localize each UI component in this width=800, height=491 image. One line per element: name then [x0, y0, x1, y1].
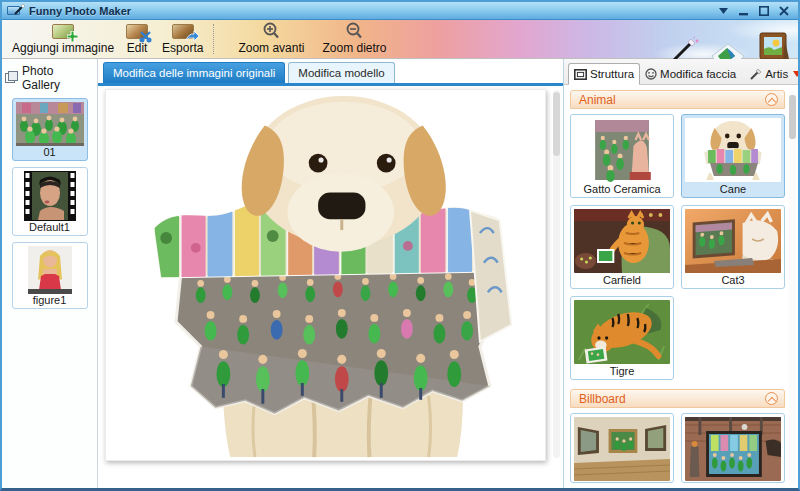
template-item-cat3[interactable]: Cat3 [681, 205, 785, 289]
section-title: Animal [579, 93, 616, 107]
section-header-animal[interactable]: Animal [570, 90, 785, 109]
gallery-item-default1[interactable]: Default1 [12, 167, 88, 236]
panel-scrollbar[interactable] [789, 91, 796, 485]
template-thumb-billboard-brick [685, 417, 781, 481]
template-panel-tabs: Struttura Modifica faccia Artis [564, 59, 798, 85]
tab-modifica-faccia-label: Modifica faccia [660, 68, 736, 80]
menu-caret-icon[interactable] [718, 6, 729, 16]
app-window: Funny Photo Maker Aggiungi immagin [0, 0, 800, 491]
panel-scrollbar-thumb[interactable] [789, 95, 796, 139]
dog-template-preview-image [106, 90, 545, 460]
zoom-out-icon [345, 22, 363, 40]
template-item-label: Carfield [574, 273, 670, 287]
minimize-button[interactable] [738, 6, 749, 16]
wand-icon [750, 68, 762, 80]
template-item-label: Gatto Ceramica [574, 182, 670, 196]
gallery-item-label: Default1 [15, 221, 85, 234]
gallery-title: Photo Gallery [22, 64, 94, 92]
zoom-in-label: Zoom avanti [238, 41, 304, 55]
collapse-animal-icon[interactable] [765, 93, 778, 106]
add-image-label: Aggiungi immagine [12, 41, 114, 55]
template-thumb-tigre [574, 300, 670, 364]
section-title: Billboard [579, 392, 626, 406]
template-thumb-carfield [574, 209, 670, 273]
gallery-item-01[interactable]: 01 [12, 98, 88, 161]
tab-modifica-faccia[interactable]: Modifica faccia [640, 64, 741, 84]
edit-button[interactable]: Edit [122, 20, 152, 58]
template-list: Animal [564, 85, 798, 488]
frame-icon [574, 69, 587, 80]
tab-struttura-label: Struttura [590, 68, 634, 80]
template-thumb-cane [685, 118, 781, 182]
editor-canvas[interactable] [98, 86, 563, 488]
gallery-item-figure1[interactable]: figure1 [12, 242, 88, 309]
template-item-cane[interactable]: Cane [681, 114, 785, 198]
gallery-thumb-image-figure [28, 246, 72, 294]
canvas-scrollbar-thumb[interactable] [553, 92, 560, 156]
face-icon [645, 68, 657, 80]
zoom-in-button[interactable]: Zoom avanti [234, 20, 308, 58]
template-thumb-billboard-gallery [574, 417, 670, 481]
gallery-panel-icon [5, 71, 18, 86]
section-header-billboard[interactable]: Billboard [570, 389, 785, 408]
tab-overflow-caret-icon[interactable] [793, 71, 800, 77]
tab-struttura[interactable]: Struttura [568, 63, 640, 85]
template-panel: Struttura Modifica faccia Artis Animal [563, 59, 798, 488]
app-icon [7, 5, 25, 17]
gallery-item-label: figure1 [15, 294, 85, 307]
add-image-icon [52, 22, 74, 40]
template-item-billboard-brick[interactable] [681, 413, 785, 483]
tab-modifica-immagini-originali[interactable]: Modifica delle immagini originali [103, 62, 285, 83]
template-thumb-gatto-ceramica [574, 118, 670, 182]
toolbar: Aggiungi immagine Edit Esporta Zoom av [2, 20, 798, 59]
zoom-out-button[interactable]: Zoom dietro [318, 20, 390, 58]
template-item-label: Tigre [574, 364, 670, 378]
edit-image-icon [126, 22, 148, 40]
gallery-thumb-image-crowd [16, 102, 84, 146]
template-thumb-cat3 [685, 209, 781, 273]
gallery-item-label: 01 [15, 146, 85, 159]
zoom-out-label: Zoom dietro [322, 41, 386, 55]
window-title: Funny Photo Maker [29, 5, 131, 17]
toolbar-separator [213, 24, 214, 54]
editor-area: Modifica delle immagini originali Modifi… [98, 59, 563, 488]
tab-artis[interactable]: Artis [745, 64, 800, 84]
tab-artis-label: Artis [765, 68, 788, 80]
edit-label: Edit [127, 41, 148, 55]
add-image-button[interactable]: Aggiungi immagine [8, 20, 118, 58]
template-item-label: Cane [685, 182, 781, 196]
export-button[interactable]: Esporta [158, 20, 207, 58]
export-image-icon [172, 22, 194, 40]
template-item-carfield[interactable]: Carfield [570, 205, 674, 289]
collapse-billboard-icon[interactable] [765, 392, 778, 405]
template-item-label: Cat3 [685, 273, 781, 287]
template-item-tigre[interactable]: Tigre [570, 296, 674, 380]
canvas-scrollbar[interactable] [553, 90, 560, 458]
close-button[interactable] [778, 6, 789, 16]
maximize-button[interactable] [758, 6, 769, 16]
title-bar[interactable]: Funny Photo Maker [2, 2, 798, 20]
template-item-gatto-ceramica[interactable]: Gatto Ceramica [570, 114, 674, 198]
zoom-in-icon [262, 22, 280, 40]
tab-modifica-modello[interactable]: Modifica modello [288, 62, 394, 83]
template-item-billboard-gallery[interactable] [570, 413, 674, 483]
canvas-page[interactable] [105, 89, 546, 461]
photo-gallery-panel: Photo Gallery 01 [2, 59, 98, 488]
editor-tabstrip: Modifica delle immagini originali Modifi… [98, 59, 563, 86]
gallery-thumb-image-portrait [24, 171, 76, 221]
export-label: Esporta [162, 41, 203, 55]
